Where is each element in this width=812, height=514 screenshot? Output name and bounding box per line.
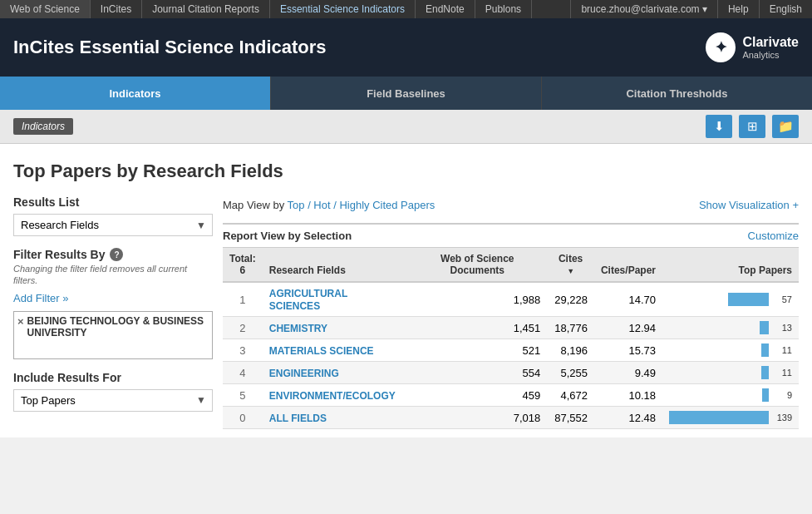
results-list-label: Results List [13, 195, 213, 209]
row-field: ALL FIELDS [263, 407, 408, 429]
col-header-cites[interactable]: Cites [547, 248, 594, 282]
bar-value: 57 [772, 294, 792, 304]
breadcrumb-bar: Indicators ⬇ ⊞ 📁 [0, 110, 812, 144]
row-cites: 4,672 [547, 384, 594, 407]
row-cites-per-paper: 12.94 [594, 317, 662, 339]
bar-chart [728, 293, 769, 306]
page-title: Top Papers by Research Fields [13, 161, 799, 182]
bar-value: 9 [772, 390, 792, 400]
copy-button[interactable]: ⊞ [739, 115, 765, 138]
filter-tag-box[interactable]: × BEIJING TECHNOLOGY & BUSINESS UNIVERSI… [13, 311, 213, 359]
nav-journal-citation-reports[interactable]: Journal Citation Reports [142, 0, 270, 18]
include-results-label: Include Results For [13, 371, 213, 384]
include-select[interactable]: Top Papers [13, 389, 213, 412]
sidebar: Results List Research Fields ▼ Filter Re… [13, 195, 213, 429]
row-field: MATERIALS SCIENCE [263, 339, 408, 362]
field-link[interactable]: CHEMISTRY [269, 323, 327, 334]
row-top-papers: 9 [662, 384, 799, 407]
filter-note: Changing the filter field removes all cu… [13, 263, 213, 287]
row-field: AGRICULTURAL SCIENCES [263, 282, 408, 317]
nav-essential-science-indicators[interactable]: Essential Science Indicators [270, 0, 416, 18]
nav-help[interactable]: Help [717, 0, 759, 18]
clarivate-logo: ✦ Clarivate Analytics [706, 32, 799, 62]
row-field: ENVIRONMENT/ECOLOGY [263, 384, 408, 407]
col-header-docs: Web of Science Documents [407, 248, 547, 282]
nav-publons[interactable]: Publons [475, 0, 532, 18]
tab-navigation: Indicators Field Baselines Citation Thre… [0, 77, 812, 110]
row-number: 4 [223, 362, 263, 384]
clarivate-logo-icon: ✦ [706, 32, 736, 62]
nav-web-of-science[interactable]: Web of Science [0, 0, 91, 18]
row-number: 0 [223, 407, 263, 429]
col-header-total: Total: 6 [223, 248, 263, 282]
map-view-text: Map View by Top / Hot / Highly Cited Pap… [223, 199, 435, 211]
nav-incites[interactable]: InCites [91, 0, 142, 18]
results-list-select-wrapper: Research Fields ▼ [13, 214, 213, 236]
tab-citation-thresholds[interactable]: Citation Thresholds [542, 77, 812, 110]
row-cites-per-paper: 15.73 [594, 339, 662, 362]
bar-value: 13 [772, 323, 792, 333]
content-layout: Results List Research Fields ▼ Filter Re… [13, 195, 799, 429]
folder-button[interactable]: 📁 [772, 115, 799, 138]
add-filter-link[interactable]: Add Filter » [13, 292, 213, 304]
col-header-research-fields: Research Fields [263, 248, 408, 282]
filter-input[interactable] [17, 342, 209, 355]
table-row: 3 MATERIALS SCIENCE 521 8,196 15.73 11 [223, 339, 799, 362]
row-cites-per-paper: 10.18 [594, 384, 662, 407]
app-title: InCites Essential Science Indicators [13, 37, 327, 58]
bar-value: 11 [772, 368, 792, 378]
bar-chart [762, 388, 769, 402]
map-view-bar: Map View by Top / Hot / Highly Cited Pap… [223, 195, 799, 215]
bar-chart [760, 321, 769, 334]
tab-indicators[interactable]: Indicators [0, 77, 271, 110]
clarivate-logo-text: Clarivate Analytics [742, 34, 799, 61]
table-row: 0 ALL FIELDS 7,018 87,552 12.48 139 [223, 407, 799, 429]
row-cites-per-paper: 14.70 [594, 282, 662, 317]
filter-results-label: Filter Results By ? [13, 248, 213, 261]
app-header: InCites Essential Science Indicators ✦ C… [0, 18, 812, 77]
nav-language[interactable]: English [759, 0, 812, 18]
row-number: 2 [223, 317, 263, 339]
download-button[interactable]: ⬇ [706, 115, 732, 138]
row-cites: 8,196 [547, 339, 594, 362]
filter-help-icon[interactable]: ? [110, 248, 123, 261]
nav-endnote[interactable]: EndNote [416, 0, 475, 18]
filter-tag: × BEIJING TECHNOLOGY & BUSINESS UNIVERSI… [17, 315, 209, 339]
col-header-cites-per-paper: Cites/Paper [594, 248, 662, 282]
map-view-links[interactable]: Top / Hot / Highly Cited Papers [288, 199, 436, 211]
field-link[interactable]: ENVIRONMENT/ECOLOGY [269, 390, 396, 402]
row-cites: 5,255 [547, 362, 594, 384]
bar-chart [761, 343, 769, 357]
table-header-row: Total: 6 Research Fields Web of Science … [223, 248, 799, 282]
row-field: CHEMISTRY [263, 317, 408, 339]
data-table: Total: 6 Research Fields Web of Science … [223, 248, 799, 429]
show-visualization-button[interactable]: Show Visualization + [699, 199, 799, 211]
row-field: ENGINEERING [263, 362, 408, 384]
field-link[interactable]: MATERIALS SCIENCE [269, 345, 374, 357]
field-link[interactable]: ALL FIELDS [269, 413, 327, 424]
row-number: 3 [223, 339, 263, 362]
row-docs: 521 [407, 339, 547, 362]
row-docs: 7,018 [407, 407, 547, 429]
table-row: 2 CHEMISTRY 1,451 18,776 12.94 13 [223, 317, 799, 339]
row-cites: 29,228 [547, 282, 594, 317]
clarivate-brand-name: Clarivate [742, 34, 799, 50]
top-nav-right: bruce.zhou@clarivate.com ▾ Help English [570, 0, 812, 18]
tab-field-baselines[interactable]: Field Baselines [271, 77, 542, 110]
field-link[interactable]: AGRICULTURAL SCIENCES [269, 288, 347, 312]
results-list-select[interactable]: Research Fields [13, 214, 213, 236]
bar-chart [761, 366, 769, 379]
filter-tag-value: BEIJING TECHNOLOGY & BUSINESS UNIVERSITY [27, 315, 209, 339]
filter-tag-remove[interactable]: × [17, 315, 24, 328]
map-view-prefix: Map View by [223, 199, 288, 211]
nav-user-account[interactable]: bruce.zhou@clarivate.com ▾ [570, 0, 717, 18]
row-top-papers: 57 [662, 282, 799, 317]
row-docs: 459 [407, 384, 547, 407]
clarivate-brand-sub: Analytics [742, 50, 799, 61]
bar-value: 11 [772, 345, 792, 355]
row-cites-per-paper: 9.49 [594, 362, 662, 384]
customize-link[interactable]: Customize [748, 230, 799, 242]
row-top-papers: 13 [662, 317, 799, 339]
row-docs: 1,451 [407, 317, 547, 339]
field-link[interactable]: ENGINEERING [269, 368, 339, 379]
